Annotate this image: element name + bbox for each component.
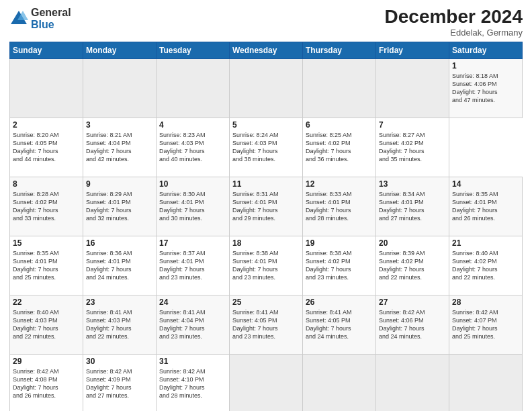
cell-text: Sunrise: 8:40 AMSunset: 4:02 PMDaylight:… — [452, 250, 498, 281]
day-number: 29 — [13, 357, 80, 366]
logo-icon — [9, 9, 28, 28]
calendar-cell-empty — [376, 58, 449, 118]
day-header-thursday: Thursday — [303, 42, 376, 58]
calendar-cell: 19Sunrise: 8:38 AMSunset: 4:02 PMDayligh… — [303, 236, 376, 295]
day-number: 13 — [379, 179, 446, 189]
day-header-sunday: Sunday — [10, 42, 83, 58]
calendar-cell: 31Sunrise: 8:42 AMSunset: 4:10 PMDayligh… — [157, 354, 230, 411]
calendar-week-row: 1Sunrise: 8:18 AMSunset: 4:06 PMDaylight… — [10, 58, 523, 118]
calendar-cell: 30Sunrise: 8:42 AMSunset: 4:09 PMDayligh… — [83, 354, 157, 411]
cell-text: Sunrise: 8:27 AMSunset: 4:02 PMDaylight:… — [379, 132, 425, 163]
month-title: December 2024 — [385, 7, 523, 28]
day-number: 16 — [86, 238, 153, 248]
cell-text: Sunrise: 8:36 AMSunset: 4:01 PMDaylight:… — [86, 250, 132, 281]
calendar-cell: 18Sunrise: 8:38 AMSunset: 4:01 PMDayligh… — [230, 236, 303, 295]
cell-text: Sunrise: 8:42 AMSunset: 4:08 PMDaylight:… — [13, 368, 59, 399]
calendar-cell: 2Sunrise: 8:20 AMSunset: 4:05 PMDaylight… — [10, 118, 83, 177]
calendar-cell: 5Sunrise: 8:24 AMSunset: 4:03 PMDaylight… — [230, 118, 303, 177]
calendar-cell-empty — [230, 58, 303, 118]
calendar-cell-empty — [303, 354, 376, 411]
cell-text: Sunrise: 8:42 AMSunset: 4:10 PMDaylight:… — [159, 368, 206, 399]
logo-text: General Blue — [31, 7, 71, 30]
day-number: 3 — [86, 120, 153, 130]
calendar-cell: 16Sunrise: 8:36 AMSunset: 4:01 PMDayligh… — [83, 236, 157, 295]
cell-text: Sunrise: 8:38 AMSunset: 4:02 PMDaylight:… — [306, 250, 352, 281]
cell-text: Sunrise: 8:30 AMSunset: 4:01 PMDaylight:… — [159, 191, 206, 222]
day-number: 7 — [379, 120, 446, 130]
cell-text: Sunrise: 8:41 AMSunset: 4:04 PMDaylight:… — [159, 309, 206, 340]
calendar-cell: 23Sunrise: 8:41 AMSunset: 4:03 PMDayligh… — [83, 295, 157, 354]
calendar-cell: 9Sunrise: 8:29 AMSunset: 4:01 PMDaylight… — [83, 177, 157, 236]
calendar-cell-empty — [10, 58, 83, 118]
calendar-cell: 28Sunrise: 8:42 AMSunset: 4:07 PMDayligh… — [449, 295, 523, 354]
calendar-cell: 27Sunrise: 8:42 AMSunset: 4:06 PMDayligh… — [376, 295, 449, 354]
calendar-cell: 24Sunrise: 8:41 AMSunset: 4:04 PMDayligh… — [157, 295, 230, 354]
cell-text: Sunrise: 8:25 AMSunset: 4:02 PMDaylight:… — [306, 132, 352, 163]
day-number: 15 — [13, 238, 80, 248]
day-number: 4 — [159, 120, 226, 130]
calendar-cell: 12Sunrise: 8:33 AMSunset: 4:01 PMDayligh… — [303, 177, 376, 236]
cell-text: Sunrise: 8:28 AMSunset: 4:02 PMDaylight:… — [13, 191, 59, 222]
cell-text: Sunrise: 8:33 AMSunset: 4:01 PMDaylight:… — [306, 191, 352, 222]
calendar-cell: 20Sunrise: 8:39 AMSunset: 4:02 PMDayligh… — [376, 236, 449, 295]
day-header-friday: Friday — [376, 42, 449, 58]
calendar-cell: 25Sunrise: 8:41 AMSunset: 4:05 PMDayligh… — [230, 295, 303, 354]
cell-text: Sunrise: 8:31 AMSunset: 4:01 PMDaylight:… — [232, 191, 279, 222]
day-number: 30 — [86, 357, 153, 366]
calendar-cell-empty — [303, 58, 376, 118]
cell-text: Sunrise: 8:35 AMSunset: 4:01 PMDaylight:… — [13, 250, 59, 281]
cell-text: Sunrise: 8:24 AMSunset: 4:03 PMDaylight:… — [232, 132, 279, 163]
day-number: 24 — [159, 298, 226, 307]
cell-text: Sunrise: 8:35 AMSunset: 4:01 PMDaylight:… — [452, 191, 498, 222]
day-number: 10 — [159, 179, 226, 189]
cell-text: Sunrise: 8:39 AMSunset: 4:02 PMDaylight:… — [379, 250, 425, 281]
cell-text: Sunrise: 8:41 AMSunset: 4:05 PMDaylight:… — [306, 309, 352, 340]
calendar-cell: 21Sunrise: 8:40 AMSunset: 4:02 PMDayligh… — [449, 236, 523, 295]
calendar-cell: 8Sunrise: 8:28 AMSunset: 4:02 PMDaylight… — [10, 177, 83, 236]
day-header-wednesday: Wednesday — [230, 42, 303, 58]
day-number: 18 — [232, 238, 300, 248]
calendar-cell: 13Sunrise: 8:34 AMSunset: 4:01 PMDayligh… — [376, 177, 449, 236]
day-number: 21 — [452, 238, 519, 248]
calendar: SundayMondayTuesdayWednesdayThursdayFrid… — [9, 42, 523, 411]
day-number: 12 — [306, 179, 373, 189]
calendar-header-row: SundayMondayTuesdayWednesdayThursdayFrid… — [10, 42, 523, 58]
day-number: 8 — [13, 179, 80, 189]
calendar-cell: 26Sunrise: 8:41 AMSunset: 4:05 PMDayligh… — [303, 295, 376, 354]
calendar-cell: 10Sunrise: 8:30 AMSunset: 4:01 PMDayligh… — [157, 177, 230, 236]
calendar-cell: 11Sunrise: 8:31 AMSunset: 4:01 PMDayligh… — [230, 177, 303, 236]
cell-text: Sunrise: 8:40 AMSunset: 4:03 PMDaylight:… — [13, 309, 59, 340]
cell-text: Sunrise: 8:20 AMSunset: 4:05 PMDaylight:… — [13, 132, 59, 163]
day-number: 19 — [306, 238, 373, 248]
day-number: 9 — [86, 179, 153, 189]
calendar-cell-empty — [376, 354, 449, 411]
cell-text: Sunrise: 8:42 AMSunset: 4:06 PMDaylight:… — [379, 309, 425, 340]
page: General Blue December 2024 Eddelak, Germ… — [0, 0, 532, 411]
day-number: 27 — [379, 298, 446, 307]
title-block: December 2024 Eddelak, Germany — [385, 7, 523, 38]
logo-general: General — [31, 7, 71, 19]
day-number: 2 — [13, 120, 80, 130]
day-number: 22 — [13, 298, 80, 307]
calendar-cell: 17Sunrise: 8:37 AMSunset: 4:01 PMDayligh… — [157, 236, 230, 295]
calendar-cell: 29Sunrise: 8:42 AMSunset: 4:08 PMDayligh… — [10, 354, 83, 411]
logo-blue: Blue — [31, 19, 71, 31]
calendar-cell-empty — [449, 354, 523, 411]
calendar-cell: 1Sunrise: 8:18 AMSunset: 4:06 PMDaylight… — [449, 58, 523, 118]
day-number: 5 — [232, 120, 300, 130]
calendar-week-row: 8Sunrise: 8:28 AMSunset: 4:02 PMDaylight… — [10, 177, 523, 236]
day-header-saturday: Saturday — [449, 42, 523, 58]
day-number: 25 — [232, 298, 300, 307]
day-number: 20 — [379, 238, 446, 248]
cell-text: Sunrise: 8:37 AMSunset: 4:01 PMDaylight:… — [159, 250, 206, 281]
cell-text: Sunrise: 8:18 AMSunset: 4:06 PMDaylight:… — [452, 73, 498, 103]
calendar-cell-empty — [230, 354, 303, 411]
cell-text: Sunrise: 8:42 AMSunset: 4:07 PMDaylight:… — [452, 309, 498, 340]
day-number: 11 — [232, 179, 300, 189]
cell-text: Sunrise: 8:21 AMSunset: 4:04 PMDaylight:… — [86, 132, 132, 163]
calendar-cell: 14Sunrise: 8:35 AMSunset: 4:01 PMDayligh… — [449, 177, 523, 236]
cell-text: Sunrise: 8:38 AMSunset: 4:01 PMDaylight:… — [232, 250, 279, 281]
cell-text: Sunrise: 8:29 AMSunset: 4:01 PMDaylight:… — [86, 191, 132, 222]
location: Eddelak, Germany — [385, 28, 523, 38]
day-number: 1 — [452, 61, 519, 71]
